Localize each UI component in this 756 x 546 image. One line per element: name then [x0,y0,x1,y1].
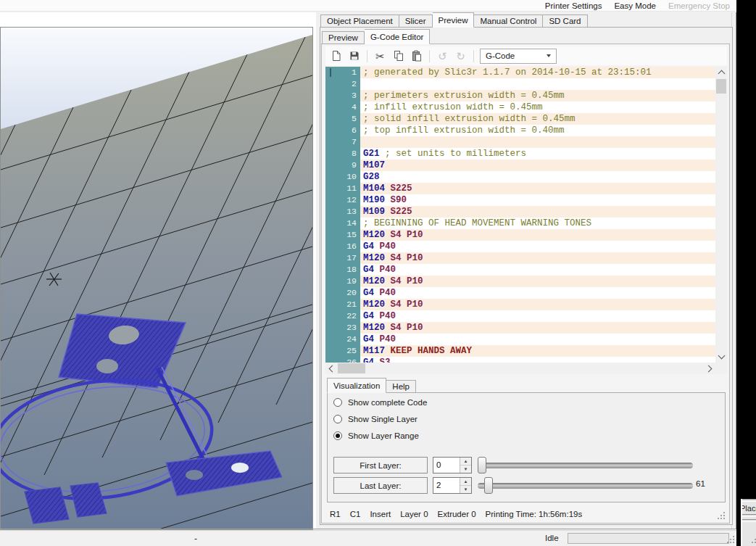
background-window-edge [742,514,756,517]
code-line-15[interactable]: 15M120 S4 P10 [325,229,715,241]
tab-slicer[interactable]: Slicer [399,15,433,28]
scroll-right-button[interactable] [704,363,715,374]
paste-button[interactable] [408,48,425,64]
code-line-6[interactable]: 6; top infill extrusion width = 0.40mm [325,125,715,136]
scroll-up-button[interactable] [715,67,727,78]
code-line-10[interactable]: 10G28 [325,171,715,183]
code-line-8[interactable]: 8G21 ; set units to millimeters [325,148,715,160]
spin-down-icon[interactable]: ▼ [460,466,471,473]
paste-icon [411,50,423,62]
code-line-3[interactable]: 3; perimeters extrusion width = 0.45mm [325,90,715,102]
undo-button[interactable]: ↺ [434,48,451,64]
tab-sd-card[interactable]: SD Card [543,15,587,28]
menu-item-emergency-stop: Emergency Stop [668,1,730,10]
main-tab-strip: Object PlacementSlicerPreviewManual Cont… [320,12,588,28]
scroll-left-button[interactable] [325,363,337,374]
viztab-visualization[interactable]: Visualization [327,378,386,393]
code-line-23[interactable]: 23M120 S4 P10 [325,322,715,334]
spin-up-icon[interactable]: ▲ [460,478,471,486]
tab-manual-control[interactable]: Manual Control [474,15,543,28]
horizontal-scroll-thumb[interactable] [338,363,365,373]
line-number: 17 [325,252,360,264]
last-layer-button[interactable]: Last Layer: [333,477,428,494]
code-line-26[interactable]: 26G4 S3 [325,357,715,363]
first-layer-spinner[interactable]: 0 ▲ ▼ [433,457,472,473]
code-line-24[interactable]: 24G4 P40 [325,334,715,345]
radio-button[interactable] [333,431,342,440]
code-line-11[interactable]: 11M104 S225 [325,183,715,194]
menu-item-printer-settings[interactable]: Printer Settings [545,1,602,10]
code-line-13[interactable]: 13M109 S225 [325,206,715,218]
subtab-g-code-editor[interactable]: G-Code Editor [365,29,431,44]
first-layer-slider[interactable] [478,457,693,473]
code-line-9[interactable]: 9M107 [325,160,715,171]
status-segment: Extruder 0 [438,510,476,518]
radio-option-show-complete-code[interactable]: Show complete Code [333,398,427,407]
save-button[interactable] [346,48,362,64]
code-line-25[interactable]: 25M117 KEEP HANDS AWAY [325,345,715,357]
subtab-preview[interactable]: Preview [322,31,365,44]
code-text: M117 KEEP HANDS AWAY [360,345,715,357]
line-number: 15 [325,229,360,241]
radio-option-show-layer-range[interactable]: Show Layer Range [333,431,419,440]
code-text: M120 S4 P10 [360,322,715,334]
editor-toolbar: ✂ ↺ ↻ G-Code [325,46,727,65]
cut-button[interactable]: ✂ [372,48,389,64]
new-file-button[interactable] [328,48,344,64]
code-line-7[interactable]: 7 [325,136,715,148]
code-line-16[interactable]: 16G4 P40 [325,241,715,252]
window-resize-grip[interactable] [726,535,735,544]
copy-button[interactable] [390,48,407,64]
code-line-18[interactable]: 18G4 P40 [325,264,715,276]
code-line-14[interactable]: 14; BEGINNING OF HEAD MOVEMENT WARNING T… [325,218,715,229]
code-line-4[interactable]: 4; infill extrusion width = 0.45mm [325,102,715,113]
background-window-fragment[interactable]: Place [741,499,756,546]
save-icon [349,50,360,62]
viztab-help[interactable]: Help [386,380,416,393]
menu-item-easy-mode[interactable]: Easy Mode [614,1,656,10]
code-line-5[interactable]: 5; solid infill extrusion width = 0.45mm [325,113,715,125]
gcode-text-editor: 1; generated by Slic3r 1.1.7 on 2014-10-… [325,67,727,374]
menu-bar: Printer SettingsEasy ModeEmergency Stop [0,0,736,12]
last-layer-slider-thumb[interactable] [484,477,493,494]
spin-down-icon[interactable]: ▼ [460,486,471,493]
tab-object-placement[interactable]: Object Placement [320,15,399,28]
code-line-1[interactable]: 1; generated by Slic3r 1.1.7 on 2014-10-… [325,67,715,78]
last-layer-spinner[interactable]: 2 ▲ ▼ [433,477,472,494]
code-line-21[interactable]: 21M120 S4 P10 [325,299,715,310]
code-text: G4 P40 [360,264,715,276]
tab-preview[interactable]: Preview [433,12,475,28]
line-number: 2 [325,78,360,90]
code-text: M190 S90 [360,194,715,206]
code-rows[interactable]: 1; generated by Slic3r 1.1.7 on 2014-10-… [325,67,715,363]
first-layer-button[interactable]: First Layer: [333,457,428,473]
first-layer-slider-track[interactable] [478,463,693,468]
window-bottom-edge [0,529,736,529]
radio-button[interactable] [333,398,342,407]
vertical-scrollbar[interactable] [715,67,727,363]
status-bar-dash: - [194,534,197,544]
radio-option-show-single-layer[interactable]: Show Single Layer [333,415,418,423]
code-text: M120 S4 P10 [360,252,715,264]
progress-bar [568,533,729,544]
code-line-12[interactable]: 12M190 S90 [325,194,715,206]
redo-button[interactable]: ↻ [452,48,469,64]
last-layer-slider-track[interactable] [478,483,693,489]
gcode-mode-select[interactable]: G-Code [480,49,557,64]
code-line-2[interactable]: 2 [325,78,715,90]
3d-viewport[interactable] [0,27,313,530]
last-layer-slider[interactable] [478,477,693,494]
code-line-17[interactable]: 17M120 S4 P10 [325,252,715,264]
vertical-scroll-thumb[interactable] [716,79,726,94]
panel-resize-grip[interactable] [717,511,726,520]
code-line-20[interactable]: 20G4 P40 [325,287,715,299]
horizontal-scrollbar[interactable] [325,363,715,374]
code-line-19[interactable]: 19M120 S4 P10 [325,276,715,287]
code-line-22[interactable]: 22G4 P40 [325,310,715,322]
first-layer-slider-thumb[interactable] [478,457,486,473]
spin-up-icon[interactable]: ▲ [460,458,471,466]
radio-label: Show complete Code [348,398,427,407]
scroll-down-button[interactable] [715,351,727,363]
line-number: 14 [325,218,360,229]
radio-button[interactable] [333,415,342,423]
